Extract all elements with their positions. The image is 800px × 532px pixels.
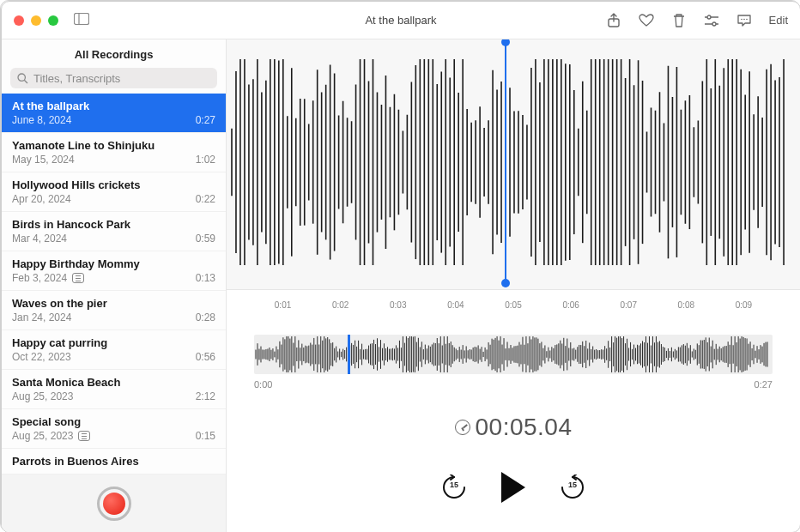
recording-title: Hollywood Hills crickets bbox=[12, 178, 215, 191]
recording-duration: 0:13 bbox=[196, 272, 215, 284]
timeline-tick: 0:01 bbox=[275, 300, 291, 310]
detail-pane: 0:010:020:030:040:050:060:070:080:09 0:0… bbox=[227, 39, 800, 532]
svg-point-7 bbox=[741, 18, 742, 20]
svg-point-4 bbox=[707, 15, 711, 19]
playback-controls: 15 15 bbox=[227, 472, 800, 503]
recording-title: Yamanote Line to Shinjuku bbox=[12, 139, 215, 152]
recording-item[interactable]: Parrots in Buenos Aires bbox=[2, 449, 226, 474]
recording-date: Apr 20, 2024 bbox=[12, 193, 71, 205]
record-row bbox=[2, 474, 226, 532]
playhead[interactable] bbox=[505, 41, 506, 284]
recording-title: Happy Birthday Mommy bbox=[12, 257, 215, 270]
recording-duration: 0:22 bbox=[196, 193, 215, 205]
delete-button[interactable] bbox=[671, 13, 687, 28]
record-icon bbox=[103, 493, 125, 515]
recording-duration: 0:56 bbox=[196, 351, 215, 363]
recording-date: Jan 24, 2024 bbox=[12, 311, 71, 323]
recording-duration: 0:28 bbox=[196, 311, 215, 323]
transcript-badge-icon bbox=[72, 273, 84, 283]
overview-start-label: 0:00 bbox=[254, 379, 272, 390]
share-button[interactable] bbox=[606, 13, 621, 28]
recording-duration: 1:02 bbox=[196, 154, 215, 166]
recording-item[interactable]: Birds in Hancock ParkMar 4, 20240:59 bbox=[2, 212, 226, 251]
svg-point-6 bbox=[712, 22, 716, 26]
timeline-tick: 0:02 bbox=[332, 300, 348, 310]
recording-title: Parrots in Buenos Aires bbox=[12, 455, 215, 468]
close-window-icon[interactable] bbox=[14, 15, 24, 26]
timeline-tick: 0:09 bbox=[736, 300, 752, 310]
recording-item[interactable]: Special songAug 25, 20230:15 bbox=[2, 409, 226, 449]
window-title: At the ballpark bbox=[365, 14, 436, 27]
recording-duration: 0:15 bbox=[196, 430, 215, 442]
timeline-tick: 0:08 bbox=[678, 300, 694, 310]
svg-line-11 bbox=[24, 80, 27, 83]
timeline-tick: 0:07 bbox=[620, 300, 636, 310]
recording-date: Feb 3, 2024 bbox=[12, 272, 67, 284]
svg-rect-0 bbox=[75, 13, 89, 24]
overview-cursor[interactable] bbox=[348, 335, 350, 374]
sidebar-header: All Recordings bbox=[2, 39, 226, 68]
svg-point-8 bbox=[743, 18, 745, 20]
skip-forward-label: 15 bbox=[560, 481, 585, 489]
sidebar: All Recordings Titles, Transcripts At th… bbox=[2, 39, 227, 532]
edit-button[interactable]: Edit bbox=[769, 14, 788, 27]
search-placeholder: Titles, Transcripts bbox=[33, 72, 120, 85]
clock-icon bbox=[455, 420, 470, 435]
recording-title: Happy cat purring bbox=[12, 336, 215, 349]
recording-item[interactable]: Happy Birthday MommyFeb 3, 20240:13 bbox=[2, 251, 226, 291]
skip-back-label: 15 bbox=[441, 481, 467, 489]
recording-title: Special song bbox=[12, 415, 215, 428]
recording-title: Santa Monica Beach bbox=[12, 376, 215, 389]
skip-forward-button[interactable]: 15 bbox=[560, 475, 585, 500]
skip-back-button[interactable]: 15 bbox=[441, 475, 467, 500]
recording-title: Waves on the pier bbox=[12, 297, 215, 310]
recording-date: June 8, 2024 bbox=[12, 114, 71, 126]
svg-point-10 bbox=[18, 74, 25, 81]
transcript-button[interactable] bbox=[736, 13, 752, 28]
timeline-tick: 0:06 bbox=[562, 300, 579, 310]
transcript-badge-icon bbox=[78, 431, 90, 441]
record-button[interactable] bbox=[97, 487, 131, 521]
favorite-button[interactable] bbox=[639, 13, 654, 28]
recording-item[interactable]: Waves on the pierJan 24, 20240:28 bbox=[2, 291, 226, 330]
current-time: 00:05.04 bbox=[476, 414, 573, 441]
recording-item[interactable]: Hollywood Hills cricketsApr 20, 20240:22 bbox=[2, 172, 226, 212]
search-field[interactable]: Titles, Transcripts bbox=[10, 68, 217, 88]
title-bar: At the ballpark Edit bbox=[2, 2, 800, 39]
fullscreen-window-icon[interactable] bbox=[48, 15, 58, 26]
recording-date: Mar 4, 2024 bbox=[12, 233, 67, 245]
timeline-tick: 0:05 bbox=[505, 300, 521, 310]
minimize-window-icon[interactable] bbox=[31, 15, 41, 26]
timeline-ruler: 0:010:020:030:040:050:060:070:080:09 bbox=[254, 300, 773, 319]
settings-sliders-button[interactable] bbox=[704, 13, 719, 28]
svg-point-9 bbox=[746, 18, 748, 20]
window-controls bbox=[14, 15, 58, 26]
recording-date: Aug 25, 2023 bbox=[12, 430, 73, 442]
timeline-tick: 0:04 bbox=[447, 300, 464, 310]
recording-item[interactable]: Yamanote Line to ShinjukuMay 15, 20241:0… bbox=[2, 133, 226, 172]
timeline-tick: 0:03 bbox=[390, 300, 406, 310]
sidebar-toggle-button[interactable] bbox=[74, 13, 89, 28]
overview-end-label: 0:27 bbox=[755, 379, 773, 390]
recording-date: Oct 22, 2023 bbox=[12, 351, 71, 363]
search-icon bbox=[17, 73, 28, 84]
recording-duration: 0:59 bbox=[196, 233, 215, 245]
recording-item[interactable]: At the ballparkJune 8, 20240:27 bbox=[2, 94, 226, 133]
recordings-list: At the ballparkJune 8, 20240:27Yamanote … bbox=[2, 94, 226, 474]
recording-title: At the ballpark bbox=[12, 100, 215, 112]
play-button[interactable] bbox=[501, 472, 525, 503]
recording-duration: 0:27 bbox=[196, 114, 215, 126]
recording-date: Aug 25, 2023 bbox=[12, 390, 73, 402]
recording-title: Birds in Hancock Park bbox=[12, 218, 215, 231]
recording-item[interactable]: Happy cat purringOct 22, 20230:56 bbox=[2, 330, 226, 370]
recording-item[interactable]: Santa Monica BeachAug 25, 20232:12 bbox=[2, 370, 226, 409]
recording-duration: 2:12 bbox=[196, 390, 215, 402]
waveform-main[interactable] bbox=[227, 39, 800, 290]
recording-date: May 15, 2024 bbox=[12, 154, 75, 166]
waveform-overview[interactable] bbox=[254, 335, 773, 374]
